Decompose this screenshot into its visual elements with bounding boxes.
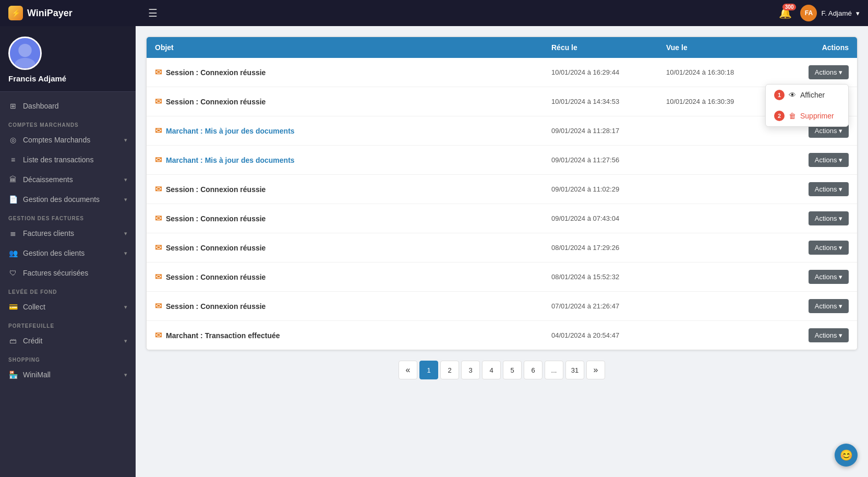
sidebar-item-left: 👥 Gestion des clients	[8, 248, 85, 258]
sidebar-item-collect[interactable]: 💳 Collect ▾	[0, 297, 136, 317]
winimall-icon: 🏪	[8, 370, 18, 379]
pagination-page-5[interactable]: 5	[503, 361, 522, 379]
nav-right: 🔔 300 FA F. Adjamé ▾	[779, 5, 860, 21]
dropdown-icon-view: 👁	[789, 91, 796, 99]
table-row: ✉ Session : Connexion réussie 09/01/2024…	[147, 175, 857, 204]
actions-button-3[interactable]: Actions ▾	[809, 153, 849, 167]
table-row: ✉ Marchant : Mis à jour des documents 09…	[147, 116, 857, 146]
row-subject-4: ✉ Session : Connexion réussie	[155, 184, 551, 194]
actions-button-4[interactable]: Actions ▾	[809, 182, 849, 196]
sidebar-item-left: 💳 Collect	[8, 302, 45, 312]
table-row: ✉ Session : Connexion réussie 07/01/2024…	[147, 292, 857, 321]
sidebar-item-winimall[interactable]: 🏪 WiniMall ▾	[0, 365, 136, 385]
factures-securisees-icon: 🛡	[8, 268, 18, 278]
actions-button-5[interactable]: Actions ▾	[809, 211, 849, 225]
step-badge-delete: 2	[774, 111, 785, 121]
row-actions-6: Actions ▾	[781, 241, 849, 255]
pagination-page-2[interactable]: 2	[440, 361, 459, 379]
table-row: ✉ Marchant : Transaction effectuée 04/01…	[147, 321, 857, 350]
row-subject-0: ✉ Session : Connexion réussie	[155, 67, 551, 77]
section-title-section_comptes: COMPTES MARCHANDS	[0, 116, 136, 130]
table-row: ✉ Marchant : Mis à jour des documents 09…	[147, 146, 857, 175]
table-row: ✉ Session : Connexion réussie 08/01/2024…	[147, 233, 857, 263]
row-received-5: 09/01/2024 à 07:43:04	[551, 214, 666, 222]
dropdown-item-delete[interactable]: 2 🗑 Supprimer	[766, 105, 848, 126]
gestion-clients-icon: 👥	[8, 248, 18, 258]
factures-securisees-label: Factures sécurisées	[23, 269, 88, 277]
gestion-documents-label: Gestion des documents	[23, 195, 100, 204]
pagination-page-3[interactable]: 3	[461, 361, 480, 379]
row-received-6: 08/01/2024 à 17:29:26	[551, 244, 666, 252]
row-received-0: 10/01/2024 à 16:29:44	[551, 68, 666, 76]
sidebar-item-left: ⊞ Dashboard	[8, 101, 59, 111]
gestion-clients-chevron-icon: ▾	[124, 250, 127, 257]
sidebar-item-factures-clients[interactable]: ≣ Factures clients ▾	[0, 223, 136, 243]
liste-transactions-label: Liste des transactions	[23, 156, 93, 164]
sidebar-item-left: 🏛 Décaissements	[8, 175, 73, 184]
factures-clients-icon: ≣	[8, 229, 18, 238]
row-actions-7: Actions ▾	[781, 270, 849, 284]
notification-badge: 300	[782, 4, 797, 10]
nav-center: ☰	[144, 5, 779, 21]
actions-button-0[interactable]: Actions ▾	[809, 65, 849, 79]
pagination-next[interactable]: »	[586, 361, 605, 379]
sidebar-item-dashboard[interactable]: ⊞ Dashboard	[0, 96, 136, 116]
row-subject-text-5: Session : Connexion réussie	[166, 214, 266, 223]
sidebar-item-gestion-documents[interactable]: 📄 Gestion des documents ▾	[0, 189, 136, 209]
dashboard-icon: ⊞	[8, 101, 18, 111]
mail-icon-7: ✉	[155, 272, 162, 282]
actions-button-7[interactable]: Actions ▾	[809, 270, 849, 284]
step-badge-view: 1	[774, 90, 785, 100]
sidebar-item-left: ≡ Liste des transactions	[8, 155, 93, 164]
credit-label: Crédit	[23, 337, 42, 345]
factures-clients-label: Factures clients	[23, 229, 74, 237]
comptes-marchands-label: Comptes Marchands	[23, 136, 90, 144]
pagination: «123456...31»	[146, 361, 858, 379]
row-subject-2: ✉ Marchant : Mis à jour des documents	[155, 126, 551, 136]
row-received-2: 09/01/2024 à 11:28:17	[551, 127, 666, 135]
actions-button-6[interactable]: Actions ▾	[809, 241, 849, 255]
pagination-ellipsis: ...	[545, 361, 563, 379]
notification-button[interactable]: 🔔 300	[779, 7, 792, 19]
winimall-label: WiniMall	[23, 371, 51, 379]
chat-widget[interactable]: 😊	[835, 444, 858, 467]
pagination-page-1[interactable]: 1	[419, 361, 438, 379]
winimall-chevron-icon: ▾	[124, 372, 127, 378]
mail-icon-2: ✉	[155, 126, 162, 136]
pagination-page-4[interactable]: 4	[482, 361, 501, 379]
credit-icon: 🗃	[8, 336, 18, 345]
pagination-prev[interactable]: «	[399, 361, 417, 379]
user-menu-button[interactable]: FA F. Adjamé ▾	[800, 5, 860, 21]
collect-chevron-icon: ▾	[124, 304, 127, 311]
actions-button-9[interactable]: Actions ▾	[809, 328, 849, 342]
sidebar-item-factures-securisees[interactable]: 🛡 Factures sécurisées	[0, 263, 136, 283]
sidebar-item-left: 🛡 Factures sécurisées	[8, 268, 88, 278]
logo-icon: ⚡	[8, 6, 23, 20]
table-row: ✉ Session : Connexion réussie 08/01/2024…	[147, 263, 857, 292]
comptes-marchands-chevron-icon: ▾	[124, 137, 127, 144]
hamburger-button[interactable]: ☰	[144, 5, 162, 21]
mail-icon-3: ✉	[155, 155, 162, 165]
actions-button-8[interactable]: Actions ▾	[809, 299, 849, 313]
sidebar-item-left: 🗃 Crédit	[8, 336, 42, 345]
sidebar-item-gestion-clients[interactable]: 👥 Gestion des clients ▾	[0, 243, 136, 263]
sidebar-item-credit[interactable]: 🗃 Crédit ▾	[0, 331, 136, 351]
sidebar-nav: ⊞ Dashboard COMPTES MARCHANDS ◎ Comptes …	[0, 92, 136, 477]
row-subject-text-1: Session : Connexion réussie	[166, 98, 266, 106]
sidebar: Francis Adjamé ⊞ Dashboard COMPTES MARCH…	[0, 26, 136, 477]
dashboard-label: Dashboard	[23, 102, 59, 110]
mail-icon-5: ✉	[155, 213, 162, 223]
table-row: ✉ Session : Connexion réussie 10/01/2024…	[147, 58, 857, 87]
sidebar-item-liste-transactions[interactable]: ≡ Liste des transactions	[0, 150, 136, 170]
pagination-page-31[interactable]: 31	[565, 361, 584, 379]
row-subject-7: ✉ Session : Connexion réussie	[155, 272, 551, 282]
main-layout: Francis Adjamé ⊞ Dashboard COMPTES MARCH…	[0, 26, 868, 477]
dropdown-item-view[interactable]: 1 👁 Afficher	[766, 85, 848, 105]
section-title-section_factures: GESTION DES FACTURES	[0, 209, 136, 223]
collect-label: Collect	[23, 303, 45, 311]
sidebar-item-decaissements[interactable]: 🏛 Décaissements ▾	[0, 170, 136, 189]
decaissements-chevron-icon: ▾	[124, 176, 127, 183]
pagination-page-6[interactable]: 6	[524, 361, 542, 379]
sidebar-item-comptes-marchands[interactable]: ◎ Comptes Marchands ▾	[0, 130, 136, 150]
table-row: ✉ Session : Connexion réussie 10/01/2024…	[147, 87, 857, 116]
